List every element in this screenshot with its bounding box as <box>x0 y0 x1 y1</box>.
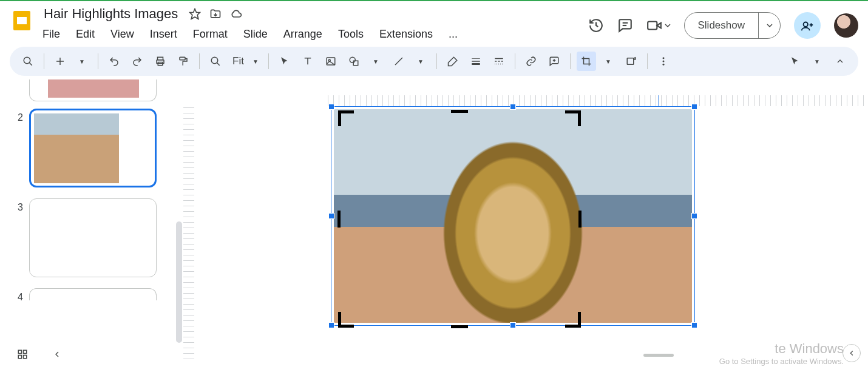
crop-handle-corner[interactable] <box>338 312 341 328</box>
resize-handle-n[interactable] <box>510 104 516 110</box>
svg-rect-1 <box>16 16 27 25</box>
zoom-icon[interactable] <box>206 52 225 71</box>
chevron-left-icon[interactable] <box>52 349 62 359</box>
menu-file[interactable]: File <box>41 27 61 42</box>
crop-handle-edge[interactable] <box>337 211 341 228</box>
grid-view-icon[interactable] <box>17 349 28 360</box>
paint-format-button[interactable] <box>174 52 193 71</box>
link-button[interactable] <box>521 52 541 71</box>
comment-button[interactable] <box>544 52 564 71</box>
slide-thumbnail-4[interactable] <box>29 288 157 300</box>
svg-rect-24 <box>353 61 358 66</box>
menu-view[interactable]: View <box>109 27 135 42</box>
slide-thumbnail-2[interactable] <box>29 109 157 187</box>
editing-mode-dropdown[interactable]: ▼ <box>807 52 827 71</box>
mask-dropdown[interactable]: ▼ <box>598 52 618 71</box>
speaker-notes-drag-handle[interactable] <box>643 354 674 357</box>
svg-rect-34 <box>627 58 634 65</box>
redo-button[interactable] <box>127 52 147 71</box>
editing-mode-button[interactable] <box>785 52 805 71</box>
svg-rect-40 <box>18 356 21 359</box>
new-slide-dropdown[interactable]: ▼ <box>72 52 92 71</box>
account-avatar[interactable] <box>834 13 858 38</box>
watermark-title: te Windows <box>719 341 844 357</box>
resize-handle-e[interactable] <box>691 213 697 219</box>
menu-extensions[interactable]: Extensions <box>378 27 434 42</box>
slideshow-button[interactable]: Slideshow <box>685 13 759 38</box>
crop-handle-edge[interactable] <box>451 110 468 113</box>
zoom-dropdown[interactable]: Fit▼ <box>229 52 262 71</box>
reset-image-button[interactable] <box>622 52 641 71</box>
document-title[interactable]: Hair Highlights Images <box>41 5 180 23</box>
comments-icon[interactable] <box>617 18 633 33</box>
history-icon[interactable] <box>588 18 604 33</box>
line-tool[interactable] <box>389 52 409 71</box>
more-options-button[interactable] <box>654 52 673 71</box>
svg-rect-39 <box>24 350 27 353</box>
slideshow-dropdown[interactable] <box>758 13 780 38</box>
crop-handle-corner[interactable] <box>578 312 581 328</box>
image-tool[interactable] <box>321 52 341 71</box>
shape-dropdown[interactable]: ▼ <box>366 52 385 71</box>
print-button[interactable] <box>151 52 170 71</box>
svg-point-19 <box>211 57 218 64</box>
menu-tools[interactable]: Tools <box>337 27 365 42</box>
select-tool[interactable] <box>275 52 294 71</box>
crop-handle-edge[interactable] <box>451 325 468 328</box>
svg-line-20 <box>217 62 220 66</box>
resize-handle-nw[interactable] <box>328 104 334 110</box>
move-icon[interactable] <box>209 8 222 20</box>
crop-bounds[interactable] <box>338 110 581 328</box>
resize-handle-se[interactable] <box>691 322 697 328</box>
textbox-tool[interactable] <box>298 52 317 71</box>
canvas[interactable] <box>182 76 868 363</box>
crop-handle-corner[interactable] <box>578 110 581 126</box>
app-header: Hair Highlights Images File Edit View In… <box>0 0 868 42</box>
svg-point-36 <box>663 61 665 62</box>
hide-menus-button[interactable] <box>830 52 850 71</box>
slide-thumbnail-3[interactable] <box>29 198 157 277</box>
svg-point-8 <box>804 22 808 27</box>
slides-logo[interactable] <box>10 8 34 33</box>
cloud-status-icon[interactable] <box>230 8 242 20</box>
title-area: Hair Highlights Images File Edit View In… <box>41 5 459 42</box>
svg-marker-3 <box>190 9 200 19</box>
filmstrip-scrollbar[interactable] <box>176 221 182 343</box>
svg-line-12 <box>29 62 32 66</box>
meet-icon[interactable] <box>646 18 671 33</box>
filmstrip: 2 3 4 <box>0 76 182 363</box>
crop-handle-corner[interactable] <box>338 110 341 126</box>
resize-handle-ne[interactable] <box>691 104 697 110</box>
menu-more[interactable]: ... <box>447 27 459 42</box>
resize-handle-w[interactable] <box>328 213 334 219</box>
menu-insert[interactable]: Insert <box>149 27 178 42</box>
crop-handle-edge[interactable] <box>578 211 581 228</box>
border-weight-button[interactable] <box>466 52 486 71</box>
border-color-button[interactable] <box>443 52 463 71</box>
menu-format[interactable]: Format <box>192 27 229 42</box>
line-dropdown[interactable]: ▼ <box>411 52 430 71</box>
svg-rect-6 <box>648 22 657 30</box>
border-dash-button[interactable] <box>489 52 509 71</box>
share-button[interactable] <box>794 12 821 39</box>
menu-slide[interactable]: Slide <box>242 27 269 42</box>
undo-button[interactable] <box>104 52 124 71</box>
svg-rect-41 <box>24 356 27 359</box>
slide-thumbnail-1[interactable] <box>29 79 157 101</box>
resize-handle-sw[interactable] <box>328 322 334 328</box>
svg-rect-38 <box>18 350 21 353</box>
crop-button[interactable] <box>577 52 596 71</box>
shape-tool[interactable] <box>344 52 364 71</box>
ruler-horizontal <box>328 95 868 106</box>
menu-edit[interactable]: Edit <box>75 27 96 42</box>
slide-number: 4 <box>12 288 23 303</box>
menu-arrange[interactable]: Arrange <box>282 27 324 42</box>
slide-number: 3 <box>12 198 23 213</box>
search-menus-icon[interactable] <box>18 52 38 71</box>
svg-line-25 <box>395 58 402 65</box>
side-panel-toggle[interactable] <box>843 344 861 362</box>
new-slide-button[interactable] <box>50 52 70 71</box>
footer-left <box>17 349 62 360</box>
svg-rect-18 <box>180 57 185 60</box>
star-icon[interactable] <box>189 8 201 20</box>
